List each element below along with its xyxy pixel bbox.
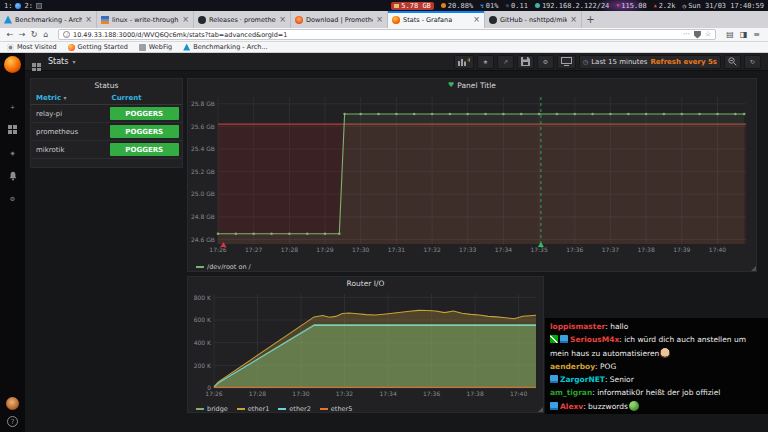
bookmark-label: Getting Started bbox=[78, 43, 128, 51]
explore-icon[interactable]: ◈ bbox=[10, 150, 15, 156]
time-range-picker[interactable]: ◷Last 15 minutesRefresh every 5s bbox=[579, 55, 721, 69]
workspace-label[interactable]: 2: bbox=[24, 2, 32, 10]
legend-item[interactable]: ether5 bbox=[320, 405, 352, 413]
bookmark-label: Most Visited bbox=[17, 43, 57, 51]
url-text[interactable]: 10.49.33.188:3000/d/WVQ6Qc6mk/stats?tab=… bbox=[73, 31, 680, 39]
save-icon[interactable] bbox=[521, 57, 530, 66]
star-icon-button[interactable]: ★ bbox=[477, 55, 494, 69]
browser-tab[interactable]: linux - write-through RA...× bbox=[97, 11, 194, 28]
url-bar[interactable]: i 10.49.33.188:3000/d/WVQ6Qc6mk/stats?ta… bbox=[58, 29, 716, 40]
tab-close-icon[interactable]: × bbox=[570, 16, 577, 24]
page-actions-icon[interactable]: ⋯ bbox=[683, 31, 690, 38]
status-segment-network: 192.168.2.122/24 bbox=[535, 2, 609, 10]
share-icon-button[interactable]: ↗ bbox=[497, 55, 514, 69]
clock-icon[interactable]: ◷ bbox=[583, 59, 588, 65]
forward-icon[interactable]: → bbox=[16, 31, 28, 39]
panel-resize-handle[interactable] bbox=[751, 266, 756, 271]
star-icon[interactable]: ★ bbox=[483, 59, 488, 65]
bookmark-item[interactable]: Benchmarking - Arch... bbox=[183, 43, 267, 51]
browser-tab[interactable]: GitHub - nshttpd/mikrot...× bbox=[485, 11, 582, 28]
router-io-panel: Router I/O 17:2617:2817:3017:3217:3417:3… bbox=[187, 276, 544, 413]
legend-item[interactable]: /dev/root on / bbox=[196, 263, 251, 271]
sidebar-alerting-icon[interactable] bbox=[0, 164, 25, 187]
panel-title[interactable]: Router I/O bbox=[188, 277, 543, 290]
share-icon[interactable]: ↗ bbox=[503, 59, 508, 65]
chevron-down-icon[interactable]: ▾ bbox=[72, 58, 75, 65]
globe-icon bbox=[535, 3, 540, 8]
refresh-icon[interactable]: ↻ bbox=[750, 59, 755, 65]
current-cell: POGGERS bbox=[107, 123, 183, 141]
new-tab-button[interactable]: + bbox=[582, 11, 599, 28]
chat-overlay: loppismaster: halloSeriousM4x: ich würd … bbox=[545, 318, 768, 414]
screen: 1:2: 5.78 GB20.88%↯01%☼0.11192.168.2.122… bbox=[0, 0, 768, 432]
library-icon[interactable]: ▤ bbox=[726, 31, 734, 39]
sidebar-icon[interactable]: ◨ bbox=[740, 31, 748, 39]
svg-text:25.6 GB: 25.6 GB bbox=[191, 123, 215, 130]
site-info-icon[interactable]: i bbox=[63, 31, 70, 38]
add-panel-icon-button[interactable]: + bbox=[454, 55, 474, 69]
bookmark-item[interactable]: Most Visited bbox=[7, 43, 57, 51]
column-header[interactable]: Metric ▾ bbox=[31, 92, 107, 105]
column-header[interactable]: Current bbox=[107, 92, 183, 105]
dashboards-icon[interactable] bbox=[8, 125, 17, 134]
chat-username[interactable]: loppismaster bbox=[550, 322, 605, 331]
tab-close-icon[interactable]: × bbox=[85, 16, 92, 24]
refresh-interval-label[interactable]: Refresh every 5s bbox=[650, 58, 717, 66]
settings-icon-button[interactable]: ⚙ bbox=[537, 55, 554, 69]
svg-text:25.8 GB: 25.8 GB bbox=[191, 100, 215, 107]
svg-text:17:35: 17:35 bbox=[530, 246, 547, 253]
legend-item[interactable]: ether2 bbox=[278, 405, 310, 413]
pocket-icon[interactable] bbox=[694, 31, 701, 39]
workspace-label[interactable]: 1: bbox=[4, 2, 12, 10]
panel-resize-handle[interactable] bbox=[538, 407, 543, 412]
sidebar-add-icon[interactable]: + bbox=[0, 95, 25, 118]
tv-icon-button[interactable] bbox=[557, 55, 576, 69]
reload-icon[interactable]: ↻ bbox=[28, 31, 40, 39]
sidebar-explore-icon[interactable]: ◈ bbox=[0, 141, 25, 164]
chat-username[interactable]: SeriousM4x bbox=[570, 335, 619, 344]
tab-close-icon[interactable]: × bbox=[279, 16, 286, 24]
alerting-icon[interactable] bbox=[8, 171, 18, 181]
save-icon-button[interactable] bbox=[517, 55, 534, 69]
browser-tab[interactable]: Download | Prometheus× bbox=[291, 11, 388, 28]
sidebar-dashboards-icon[interactable] bbox=[0, 118, 25, 141]
browser-tab[interactable]: Stats - Grafana× bbox=[388, 11, 485, 28]
settings-icon[interactable]: ⚙ bbox=[543, 59, 548, 65]
help-icon[interactable]: ? bbox=[7, 416, 18, 427]
grafana-favicon bbox=[392, 16, 400, 24]
tab-close-icon[interactable]: × bbox=[473, 16, 480, 24]
tv-icon[interactable] bbox=[561, 57, 572, 66]
chat-username[interactable]: am_tigran bbox=[550, 388, 592, 397]
legend-item[interactable]: bridge bbox=[196, 405, 228, 413]
tab-close-icon[interactable]: × bbox=[182, 16, 189, 24]
grafana-logo-icon[interactable] bbox=[4, 56, 21, 73]
svg-text:25.0 GB: 25.0 GB bbox=[191, 190, 215, 197]
browser-tab[interactable]: Benchmarking - ArchWi...× bbox=[0, 11, 97, 28]
chat-message: SeriousM4x: ich würd dich auch anstellen… bbox=[550, 333, 763, 360]
panel-title[interactable]: ♥ Panel Title bbox=[188, 79, 756, 92]
dashboard-title[interactable]: Stats bbox=[48, 57, 68, 66]
chat-username[interactable]: aenderboy bbox=[550, 362, 595, 371]
chat-username[interactable]: Alexv bbox=[560, 402, 583, 411]
chat-username[interactable]: ZargorNET bbox=[560, 375, 605, 384]
sidebar-settings-icon[interactable]: ⚙ bbox=[0, 187, 25, 210]
home-icon[interactable]: ⌂ bbox=[40, 31, 52, 39]
chat-message: loppismaster: hallo bbox=[550, 320, 763, 333]
zoom-out-icon-button[interactable] bbox=[724, 55, 741, 69]
zoom-out-icon[interactable] bbox=[728, 57, 737, 66]
add-panel-icon[interactable]: + bbox=[458, 57, 470, 66]
refresh-icon-button[interactable]: ↻ bbox=[744, 55, 761, 69]
settings-icon[interactable]: ⚙ bbox=[10, 196, 15, 202]
menu-icon[interactable]: ≡ bbox=[753, 31, 760, 39]
tab-close-icon[interactable]: × bbox=[376, 16, 383, 24]
bookmark-star-icon[interactable]: ☆ bbox=[705, 31, 711, 38]
avatar[interactable] bbox=[6, 397, 19, 410]
legend-item[interactable]: ether1 bbox=[237, 405, 269, 413]
bookmark-label: WebFig bbox=[149, 43, 172, 51]
bookmark-item[interactable]: Getting Started bbox=[68, 43, 128, 51]
panel-title[interactable]: Status bbox=[31, 79, 182, 92]
browser-tab[interactable]: Releases · prometheus/p...× bbox=[194, 11, 291, 28]
bookmark-item[interactable]: WebFig bbox=[139, 43, 172, 51]
back-icon[interactable]: ← bbox=[4, 31, 16, 39]
add-icon[interactable]: + bbox=[10, 104, 15, 110]
